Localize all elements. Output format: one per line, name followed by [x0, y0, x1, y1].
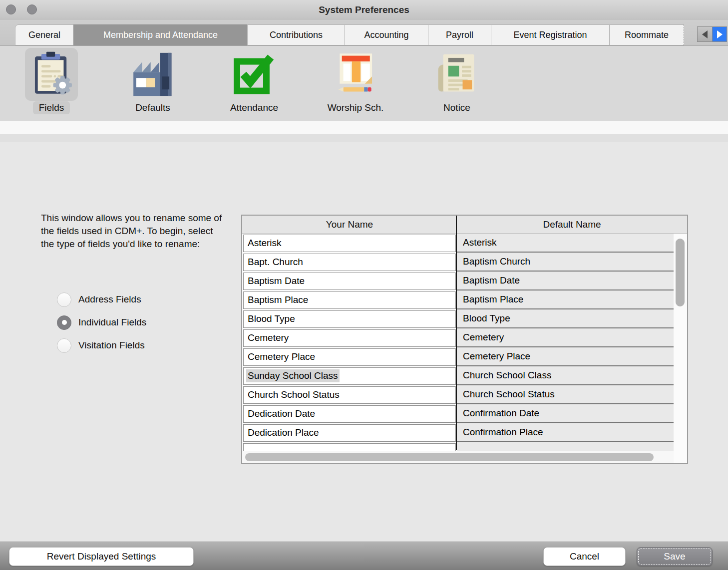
- tab-membership-and-attendance[interactable]: Membership and Attendance: [73, 24, 248, 45]
- default-name-cell: Baptism Place: [457, 290, 687, 309]
- table-row: Blood TypeBlood Type: [242, 309, 687, 328]
- toolbar-item-worship-sch[interactable]: Worship Sch.: [313, 46, 398, 114]
- table-row: Baptism DateBaptism Date: [242, 272, 687, 290]
- table-body: AsteriskAsteriskBapt. ChurchBaptism Chur…: [242, 234, 687, 463]
- newspaper-icon: [430, 48, 483, 101]
- default-name-cell: Cemetery: [457, 328, 687, 347]
- intro-text: This window allows you to rename some of…: [41, 212, 227, 251]
- your-name-cell[interactable]: Sunday School Class: [243, 367, 456, 385]
- table-row: Dedication DateConfirmation Date: [242, 404, 687, 423]
- column-divider: [456, 216, 457, 450]
- rename-fields-table: Your Name Default Name AsteriskAsteriskB…: [241, 215, 688, 464]
- radio-button-icon[interactable]: [57, 338, 71, 353]
- your-name-cell[interactable]: Cemetery: [243, 329, 456, 347]
- factory-icon: [126, 48, 179, 101]
- default-name-cell: Baptism Date: [457, 272, 687, 290]
- table-row: AsteriskAsterisk: [242, 234, 687, 253]
- table-row: Cemetery PlaceCemetery Place: [242, 347, 687, 366]
- toolbar-item-label: Worship Sch.: [322, 101, 390, 114]
- revert-displayed-settings-button[interactable]: Revert Displayed Settings: [9, 547, 194, 566]
- clipboard-gear-icon: [25, 48, 78, 101]
- vertical-scrollbar-thumb[interactable]: [676, 239, 685, 306]
- toolbar-item-fields[interactable]: Fields: [9, 46, 94, 114]
- titlebar: System Preferences: [0, 0, 728, 20]
- tab-roommate[interactable]: Roommate: [609, 24, 684, 45]
- default-name-cell: Confirmation Place: [457, 423, 687, 442]
- your-name-cell[interactable]: Dedication Date: [243, 405, 456, 423]
- tab-bar: GeneralMembership and AttendanceContribu…: [0, 20, 728, 46]
- table-header-row: Your Name Default Name: [242, 216, 687, 234]
- radio-address-fields[interactable]: Address Fields: [57, 288, 146, 311]
- your-name-cell[interactable]: Blood Type: [243, 310, 456, 328]
- your-name-cell[interactable]: Cemetery Place: [243, 348, 456, 366]
- save-button[interactable]: Save: [637, 547, 713, 566]
- tab-scroll-arrows: [697, 26, 727, 42]
- horizontal-scrollbar[interactable]: [242, 451, 674, 463]
- radio-button-icon[interactable]: [57, 315, 71, 330]
- radio-label: Address Fields: [78, 294, 141, 305]
- tab-strip: GeneralMembership and AttendanceContribu…: [15, 24, 684, 45]
- table-row: Baptism PlaceBaptism Place: [242, 290, 687, 309]
- radio-label: Visitation Fields: [78, 340, 145, 351]
- table-row: Church School StatusChurch School Status: [242, 385, 687, 404]
- footer-bar: Revert Displayed Settings Cancel Save: [0, 542, 728, 570]
- toolbar-divider-strip: [0, 121, 728, 134]
- vertical-scrollbar[interactable]: [674, 234, 687, 463]
- cancel-button[interactable]: Cancel: [543, 547, 626, 566]
- tab-general[interactable]: General: [15, 24, 74, 45]
- your-name-cell[interactable]: Asterisk: [243, 235, 456, 252]
- column-header-your-name[interactable]: Your Name: [242, 216, 457, 233]
- default-name-cell: Asterisk: [457, 234, 687, 253]
- horizontal-scrollbar-thumb[interactable]: [245, 453, 654, 461]
- table-row: CemeteryCemetery: [242, 328, 687, 347]
- toolbar-item-notice[interactable]: Notice: [414, 46, 499, 114]
- toolbar-item-label: Attendance: [224, 101, 284, 114]
- tab-contributions[interactable]: Contributions: [247, 24, 345, 45]
- content-top-band: [0, 134, 728, 142]
- selected-text: Sunday School Class: [246, 369, 340, 382]
- checkbox-check-icon: [228, 48, 281, 101]
- field-type-radio-group: Address FieldsIndividual FieldsVisitatio…: [57, 288, 146, 357]
- radio-label: Individual Fields: [78, 317, 146, 328]
- default-name-cell: Church School Class: [457, 366, 687, 385]
- default-name-cell: Church School Status: [457, 385, 687, 404]
- radio-button-icon[interactable]: [57, 292, 71, 307]
- default-name-cell: Confirmation Date: [457, 404, 687, 423]
- toolbar: Fields Defaults Attendance Worship Sch. …: [0, 46, 728, 121]
- table-row: Dedication PlaceConfirmation Place: [242, 423, 687, 442]
- triangle-right-icon: [717, 30, 723, 38]
- default-name-cell: Cemetery Place: [457, 347, 687, 366]
- your-name-cell[interactable]: Dedication Place: [243, 424, 456, 442]
- default-name-cell: Baptism Church: [457, 253, 687, 272]
- triangle-left-icon: [702, 30, 708, 38]
- window-title: System Preferences: [0, 0, 728, 20]
- toolbar-item-label: Fields: [33, 101, 70, 114]
- tab-scroll-right-button[interactable]: [712, 26, 727, 42]
- tab-accounting[interactable]: Accounting: [345, 24, 428, 45]
- toolbar-item-defaults[interactable]: Defaults: [110, 46, 195, 114]
- your-name-cell[interactable]: Baptism Place: [243, 291, 456, 309]
- radio-visitation-fields[interactable]: Visitation Fields: [57, 334, 146, 357]
- column-header-default-name[interactable]: Default Name: [457, 216, 687, 233]
- tab-payroll[interactable]: Payroll: [428, 24, 491, 45]
- system-preferences-window: System Preferences GeneralMembership and…: [0, 0, 728, 570]
- table-row: Sunday School ClassChurch School Class: [242, 366, 687, 385]
- tab-scroll-left-button[interactable]: [697, 26, 712, 42]
- toolbar-item-label: Notice: [437, 101, 476, 114]
- your-name-cell[interactable]: Bapt. Church: [243, 254, 456, 271]
- tab-event-registration[interactable]: Event Registration: [491, 24, 610, 45]
- your-name-cell[interactable]: Church School Status: [243, 386, 456, 404]
- toolbar-item-attendance[interactable]: Attendance: [212, 46, 297, 114]
- table-row: Bapt. ChurchBaptism Church: [242, 253, 687, 272]
- window-close-button[interactable]: [6, 4, 16, 14]
- default-name-cell: Blood Type: [457, 309, 687, 328]
- window-minimize-button[interactable]: [27, 4, 37, 14]
- radio-individual-fields[interactable]: Individual Fields: [57, 311, 146, 334]
- worship-schedule-icon: [329, 48, 382, 101]
- toolbar-item-label: Defaults: [129, 101, 176, 114]
- your-name-cell[interactable]: Baptism Date: [243, 273, 456, 290]
